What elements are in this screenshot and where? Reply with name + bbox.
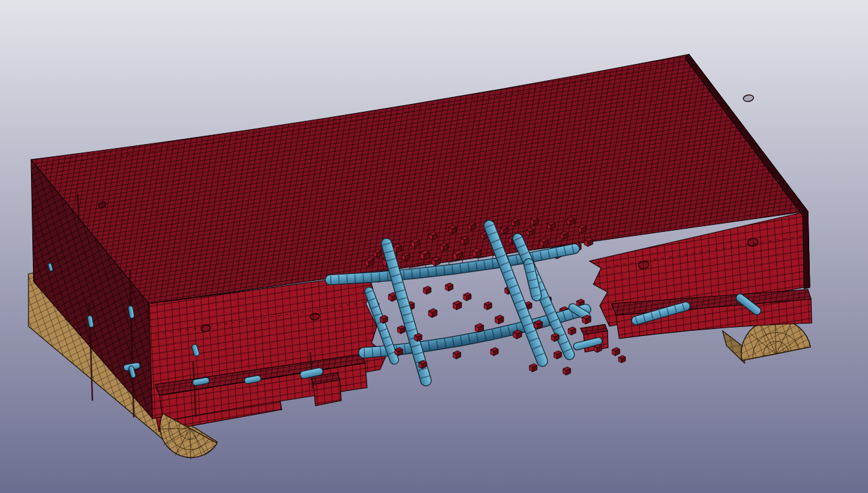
rebar-bar <box>131 368 133 375</box>
rebar-bar <box>304 372 319 375</box>
rebar-bar <box>248 379 258 381</box>
rebar-bar <box>195 347 196 353</box>
fea-viewport[interactable] <box>0 0 868 493</box>
debris-cube <box>619 355 626 362</box>
rebar-bar <box>529 264 536 296</box>
rebar-bar <box>131 308 132 316</box>
rebar-bar <box>90 318 91 325</box>
rebar-bar <box>50 265 51 269</box>
rebar-bar <box>196 381 206 383</box>
